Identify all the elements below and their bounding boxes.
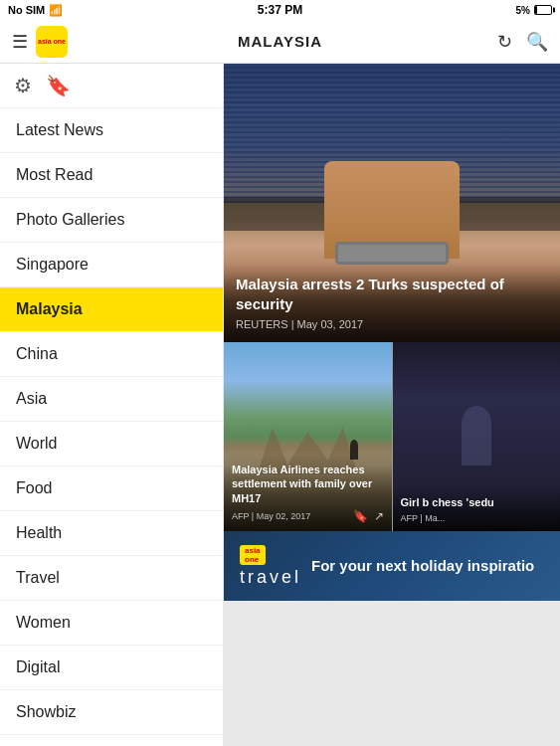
settings-icon[interactable]: ⚙ xyxy=(14,74,32,97)
top-article-source: REUTERS xyxy=(236,318,288,330)
sidebar-item-showbiz[interactable]: Showbiz xyxy=(0,690,223,735)
sidebar-item-china[interactable]: China xyxy=(0,332,223,377)
sidebar-item-women[interactable]: Women xyxy=(0,601,223,646)
sidebar-item-business[interactable]: Business xyxy=(0,735,223,746)
bottom-article-2[interactable]: Girl b chess 'sedu AFP | Ma... xyxy=(393,342,561,531)
banner-category-text: travel xyxy=(240,567,301,588)
bottom-article-1[interactable]: Malaysia Airlines reaches settlement wit… xyxy=(224,342,393,531)
signal-status: No SIM xyxy=(8,4,45,16)
battery-icon xyxy=(534,5,552,15)
top-article-date: May 03, 2017 xyxy=(297,318,364,330)
sidebar-item-singapore[interactable]: Singapore xyxy=(0,243,223,287)
sidebar-item-malaysia[interactable]: Malaysia xyxy=(0,287,223,332)
sidebar-item-asia[interactable]: Asia xyxy=(0,377,223,422)
sidebar-item-most-read[interactable]: Most Read xyxy=(0,153,223,198)
menu-icon[interactable]: ☰ xyxy=(12,31,28,53)
sidebar-item-digital[interactable]: Digital xyxy=(0,646,223,690)
content-area: Malaysia arrests 2 Turks suspected of se… xyxy=(224,64,560,746)
battery-fill xyxy=(535,6,537,14)
bottom-article-source-1: AFP xyxy=(232,511,249,521)
refresh-icon[interactable]: ↻ xyxy=(497,31,512,53)
top-article[interactable]: Malaysia arrests 2 Turks suspected of se… xyxy=(224,64,560,342)
sidebar: ⚙ 🔖 Latest News Most Read Photo Gallerie… xyxy=(0,64,224,746)
status-bar-left: No SIM 📶 xyxy=(8,4,63,17)
sidebar-item-health[interactable]: Health xyxy=(0,511,223,556)
banner-logo-text: asiaone xyxy=(245,546,261,564)
bookmark-icon[interactable]: 🔖 xyxy=(46,74,71,97)
bottom-article-title-1: Malaysia Airlines reaches settlement wit… xyxy=(232,463,384,505)
header-right: ↻ 🔍 xyxy=(497,31,548,53)
status-bar: No SIM 📶 5:37 PM 5% xyxy=(0,0,560,20)
sidebar-item-world[interactable]: World xyxy=(0,422,223,466)
logo-text: asia one xyxy=(38,38,66,46)
bottom-articles: Malaysia Airlines reaches settlement wit… xyxy=(224,342,560,531)
travel-banner[interactable]: asiaone travel For your next holiday ins… xyxy=(224,531,560,601)
bottom-article-meta-2: AFP | Ma... xyxy=(401,513,553,523)
bottom-article-overlay-1: Malaysia Airlines reaches settlement wit… xyxy=(224,455,392,531)
header-title: MALAYSIA xyxy=(238,33,322,50)
sidebar-item-food[interactable]: Food xyxy=(0,466,223,511)
sidebar-item-photo-galleries[interactable]: Photo Galleries xyxy=(0,198,223,243)
sidebar-item-travel[interactable]: Travel xyxy=(0,556,223,601)
bottom-article-meta-1: AFP | May 02, 2017 🔖 ↗ xyxy=(232,509,384,523)
app-logo[interactable]: asia one xyxy=(36,26,68,58)
bottom-article-date-2: Ma... xyxy=(425,513,445,523)
share-icon[interactable]: ↗ xyxy=(374,509,384,523)
banner-tagline: For your next holiday inspiratio xyxy=(311,556,534,576)
app-header: ☰ asia one MALAYSIA ↻ 🔍 xyxy=(0,20,560,64)
main-layout: ⚙ 🔖 Latest News Most Read Photo Gallerie… xyxy=(0,64,560,746)
bottom-article-source-2: AFP xyxy=(401,513,418,523)
header-left: ☰ asia one xyxy=(12,26,68,58)
status-bar-right: 5% xyxy=(516,5,552,16)
battery-percent: 5% xyxy=(516,5,530,16)
bottom-article-overlay-2: Girl b chess 'sedu AFP | Ma... xyxy=(393,487,561,531)
wifi-icon: 📶 xyxy=(49,4,63,17)
top-article-title: Malaysia arrests 2 Turks suspected of se… xyxy=(236,275,548,313)
bottom-article-icons-1: 🔖 ↗ xyxy=(353,509,384,523)
top-article-meta: REUTERS | May 03, 2017 xyxy=(236,318,548,330)
banner-logo-box: asiaone xyxy=(240,545,266,565)
status-bar-time: 5:37 PM xyxy=(258,3,302,17)
bottom-article-title-2: Girl b chess 'sedu xyxy=(401,495,553,509)
bottom-article-date-1: May 02, 2017 xyxy=(257,511,311,521)
search-icon[interactable]: 🔍 xyxy=(526,31,548,53)
sidebar-top-row: ⚙ 🔖 xyxy=(0,64,223,108)
top-article-overlay: Malaysia arrests 2 Turks suspected of se… xyxy=(224,263,560,342)
sidebar-item-latest-news[interactable]: Latest News xyxy=(0,108,223,153)
save-icon[interactable]: 🔖 xyxy=(353,509,368,523)
